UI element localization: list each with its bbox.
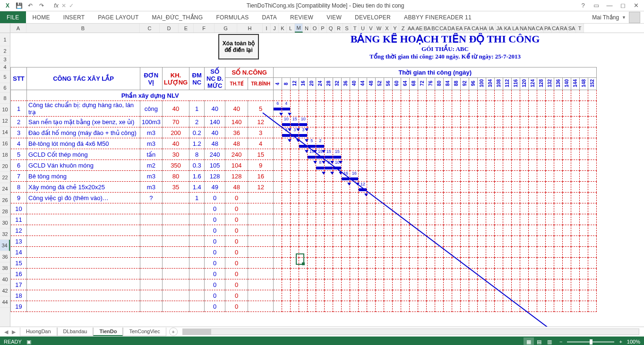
gantt-cell[interactable] (588, 290, 597, 301)
gantt-cell[interactable] (554, 236, 563, 247)
cell-stt[interactable]: 11 (11, 214, 27, 225)
gantt-cell[interactable] (478, 182, 486, 193)
gantt-cell[interactable] (571, 225, 580, 236)
gantt-cell[interactable] (376, 214, 384, 225)
gantt-cell[interactable] (537, 149, 546, 160)
gantt-cell[interactable] (495, 203, 503, 214)
gantt-cell[interactable] (444, 149, 452, 160)
cell-task[interactable] (27, 269, 140, 279)
gantt-cell[interactable] (537, 117, 546, 127)
gantt-cell[interactable] (393, 290, 401, 301)
gantt-cell[interactable] (520, 290, 529, 301)
table-row[interactable]: 1100 (11, 214, 597, 225)
gantt-cell[interactable] (316, 182, 325, 193)
row-18[interactable]: 18 (0, 149, 10, 160)
cell-dm[interactable] (189, 214, 205, 225)
gantt-cell[interactable] (444, 182, 452, 193)
cell-stt[interactable]: 12 (11, 225, 27, 236)
gantt-cell[interactable] (529, 247, 537, 258)
gantt-cell[interactable] (299, 269, 308, 279)
gantt-cell[interactable] (418, 290, 427, 301)
col-H[interactable]: H (237, 24, 263, 33)
gantt-cell[interactable] (554, 171, 563, 182)
gantt-cell[interactable] (529, 290, 537, 301)
gantt-cell[interactable] (563, 101, 571, 117)
gantt-cell[interactable] (401, 171, 410, 182)
gantt-cell[interactable] (461, 101, 469, 117)
table-row[interactable]: 1400 (11, 247, 597, 258)
cell-task[interactable]: Đào đất hố móng (máy đào + thủ công) (27, 127, 140, 138)
gantt-cell[interactable] (512, 193, 520, 203)
gantt-cell[interactable] (427, 290, 435, 301)
gantt-cell[interactable] (333, 214, 342, 225)
gantt-cell[interactable] (325, 138, 333, 149)
gantt-cell[interactable] (282, 236, 291, 247)
gantt-cell[interactable] (316, 171, 325, 182)
gantt-cell[interactable] (546, 301, 554, 312)
row-22[interactable]: 22 (0, 172, 10, 183)
gantt-cell[interactable] (342, 203, 350, 214)
ribbon-tab-page-layout[interactable]: PAGE LAYOUT (91, 11, 145, 23)
gantt-cell[interactable] (580, 117, 588, 127)
gantt-cell[interactable] (333, 127, 342, 138)
gantt-cell[interactable] (546, 149, 554, 160)
col-L-3[interactable]: L (287, 24, 295, 33)
gantt-cell[interactable] (444, 279, 452, 290)
gantt-cell[interactable] (444, 127, 452, 138)
gantt-cell[interactable] (580, 236, 588, 247)
gantt-cell[interactable] (393, 247, 401, 258)
cell-nc[interactable]: 48 (205, 138, 225, 149)
gantt-cell[interactable] (478, 160, 486, 171)
gantt-cell[interactable] (495, 269, 503, 279)
gantt-cell[interactable] (580, 225, 588, 236)
gantt-cell[interactable] (291, 214, 299, 225)
cell-trbinh[interactable] (248, 225, 274, 236)
gantt-cell[interactable] (588, 236, 597, 247)
gantt-cell[interactable] (384, 258, 393, 269)
gantt-cell[interactable] (393, 301, 401, 312)
cell-thte[interactable]: 0 (225, 203, 248, 214)
gantt-cell[interactable] (461, 171, 469, 182)
gantt-cell[interactable] (308, 117, 316, 127)
gantt-cell[interactable] (308, 182, 316, 193)
cell-nc[interactable]: 40 (205, 127, 225, 138)
cell-trbinh[interactable]: 4 (248, 138, 274, 149)
gantt-cell[interactable] (359, 301, 367, 312)
cell-kl[interactable] (162, 203, 189, 214)
reset-button[interactable]: Xóa toàn bộ để điền lại (218, 34, 259, 59)
cell-kl[interactable] (162, 290, 189, 301)
gantt-cell[interactable] (452, 171, 461, 182)
cell-unit[interactable]: m2 (140, 160, 163, 171)
cell-task[interactable] (27, 236, 140, 247)
gantt-cell[interactable] (299, 258, 308, 269)
macro-record-icon[interactable]: ▣ (26, 339, 31, 345)
table-row[interactable]: 2San nền tạo mặt bằng (xe benz, xe ủi)10… (11, 117, 597, 127)
gantt-cell[interactable] (308, 225, 316, 236)
cell-trbinh[interactable] (248, 214, 274, 225)
gantt-cell[interactable] (359, 117, 367, 127)
gantt-cell[interactable] (444, 214, 452, 225)
gantt-cell[interactable] (325, 171, 333, 182)
gantt-cell[interactable] (376, 138, 384, 149)
cell-trbinh[interactable] (248, 290, 274, 301)
gantt-cell[interactable] (478, 149, 486, 160)
gantt-cell[interactable] (316, 301, 325, 312)
gantt-cell[interactable] (529, 203, 537, 214)
gantt-cell[interactable] (410, 193, 418, 203)
gantt-cell[interactable] (495, 171, 503, 182)
gantt-cell[interactable] (435, 290, 444, 301)
gantt-cell[interactable] (537, 279, 546, 290)
cell-kl[interactable] (162, 236, 189, 247)
gantt-cell[interactable] (333, 269, 342, 279)
gantt-cell[interactable] (520, 138, 529, 149)
gantt-cell[interactable] (350, 138, 359, 149)
gantt-cell[interactable] (486, 247, 495, 258)
gantt-cell[interactable] (461, 138, 469, 149)
cell-dm[interactable] (189, 279, 205, 290)
gantt-cell[interactable] (461, 247, 469, 258)
gantt-cell[interactable] (512, 138, 520, 149)
cell-kl[interactable]: 80 (162, 171, 189, 182)
gantt-cell[interactable] (316, 258, 325, 269)
gantt-cell[interactable] (393, 101, 401, 117)
cell-stt[interactable]: 10 (11, 203, 27, 214)
